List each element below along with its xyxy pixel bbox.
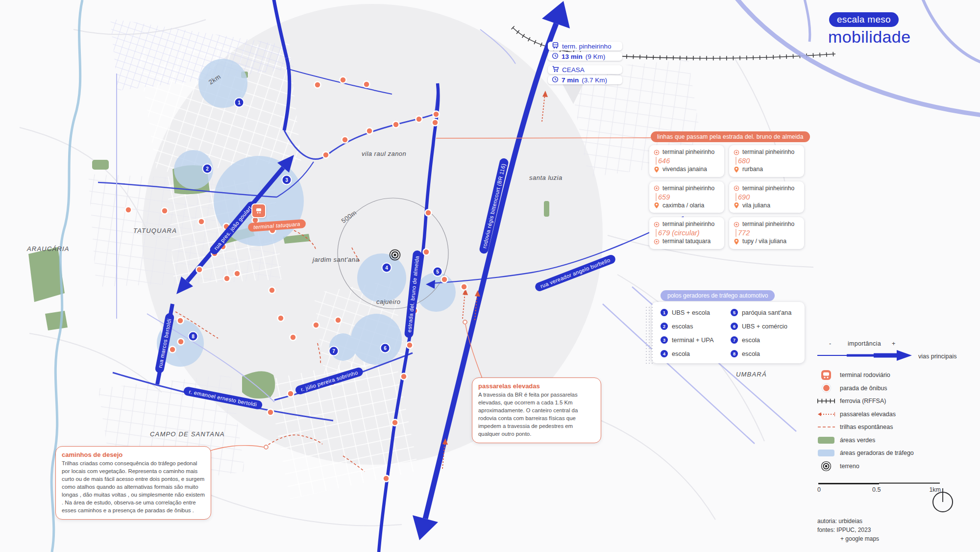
scale-bar: 0 0.5 1km: [817, 480, 941, 493]
cart-icon: [552, 65, 559, 74]
line-number: 772: [735, 229, 800, 237]
trail-icon: [817, 424, 835, 430]
bus-line-card: terminal pinheirinho 690 vila juliana: [729, 181, 804, 213]
line-destination: rurbana: [742, 166, 763, 173]
bus-stop-icon: [654, 150, 660, 155]
line-number: 679 (circular): [656, 229, 720, 237]
legend-item: terreno: [817, 460, 979, 473]
legend-label: passarelas elevadas: [840, 411, 896, 418]
bus-lines-panel-header: linhas que passam pela estrada del. brun…: [651, 131, 810, 142]
travel-destination-row: term. pinheirinho: [548, 42, 622, 50]
travel-time-row: 7 min (3.7 Km): [548, 75, 622, 84]
p-number-badge: 4: [661, 350, 668, 357]
pole-item: 6UBS + comércio: [731, 323, 798, 330]
pin-icon: [734, 238, 739, 245]
pole-number-badge: 3: [661, 336, 668, 344]
note-body: Trilhas criadas como consequência do trá…: [62, 460, 205, 515]
legend-label: terminal rodoviário: [840, 372, 890, 378]
pin-icon: [654, 202, 660, 209]
pole-marker-5: 5: [434, 268, 442, 276]
legend-item: áreas geradoras de tráfego: [817, 447, 979, 460]
bus-lines-cards: terminal pinheirinho 646 vivendas janain…: [649, 145, 804, 249]
place-tatuquara: TATUQUARA: [133, 227, 177, 234]
bus-stop-icon: [654, 239, 660, 245]
travel-time-row: 13 min (9 Km): [548, 52, 622, 61]
pole-label: terminal + UPA: [672, 336, 713, 344]
credit-sources: fontes: IPPUC, 2023: [817, 526, 979, 534]
traffic-poles-header: polos geradores de tráfego automotivo: [661, 290, 775, 301]
note-title: passarelas elevadas: [478, 382, 595, 390]
note-desire-paths: caminhos de desejo Trilhas criadas como …: [55, 446, 211, 520]
travel-time: 7 min: [562, 76, 579, 84]
pole-label: escolas: [672, 323, 693, 330]
line-destination: terminal tatuquara: [662, 238, 710, 245]
pole-number-badge: 1: [661, 309, 668, 316]
railway-icon: [817, 398, 835, 404]
line-origin: terminal pinheirinho: [662, 221, 714, 228]
pole-number-badge: 2: [661, 323, 668, 330]
legend-label: ferrovia (RFFSA): [840, 398, 886, 404]
pole-label: escola: [672, 350, 690, 357]
traffic-poles-panel: 1UBS + escola 2escolas 3terminal + UPA 4…: [652, 302, 805, 363]
bus-stop-icon: [734, 222, 739, 227]
scale-start: 0: [817, 486, 821, 493]
pin-icon: [734, 202, 739, 209]
terrain-icon: [817, 461, 835, 472]
bus-line-card: terminal pinheirinho 772 tupy / vila jul…: [729, 217, 804, 249]
main-roads-arrow-icon: [817, 349, 913, 362]
pole-number-badge: 8: [731, 350, 738, 357]
place-araucaria: ARAUCÁRIA: [27, 245, 70, 252]
travel-destination-row: CEASA: [548, 65, 622, 74]
bus-line-card: terminal pinheirinho 679 (circular) term…: [649, 217, 724, 249]
pole-label: paróquia sant'ana: [742, 309, 791, 316]
pole-marker-4: 4: [383, 264, 391, 272]
credit-sources-2: + google maps: [817, 534, 979, 543]
place-jardim-santana: jardim sant'ana: [313, 256, 359, 263]
pole-marker-6: 6: [381, 344, 390, 352]
main-roads-label: vias principais: [918, 353, 957, 360]
clock-icon: [552, 76, 559, 84]
line-number: 659: [656, 193, 720, 201]
pole-item: 1UBS + escola: [661, 309, 728, 316]
page-title: mobilidade: [828, 27, 910, 47]
pole-item: 4escola: [661, 350, 728, 357]
pole-label: UBS + comércio: [742, 323, 787, 330]
line-destination: vila juliana: [742, 202, 770, 209]
leader-end-circle: [264, 445, 268, 449]
legend-item: terminal rodoviário: [817, 369, 979, 382]
scale-middle: 0.5: [872, 486, 881, 493]
bus-stop-icon: [734, 150, 739, 155]
bus-stop-icon: [654, 185, 660, 191]
pole-marker-8: 8: [189, 332, 197, 341]
footbridge-icon: [817, 411, 835, 417]
pole-label: escola: [742, 350, 760, 357]
pin-icon: [734, 166, 739, 173]
place-umbara: UMBARÁ: [736, 371, 767, 378]
bus-terminal-icon: [552, 42, 559, 50]
pole-item: 8escola: [731, 350, 798, 357]
line-destination: caximba / olaria: [662, 202, 704, 209]
map-canvas: rua pres. joão goulart rua marcos bertol…: [0, 0, 980, 552]
line-number: 680: [735, 157, 800, 165]
note-body: A travessia da BR é feita por passarelas…: [478, 391, 595, 438]
pole-number-badge: 6: [731, 323, 738, 330]
pole-item: 2escolas: [661, 323, 728, 330]
place-campo-de-santana: CAMPO DE SANTANA: [150, 430, 225, 438]
line-number: 646: [656, 157, 720, 165]
line-destination: vivendas janaina: [662, 166, 707, 173]
pole-marker-3: 3: [283, 176, 291, 184]
note-title: caminhos de desejo: [62, 451, 205, 458]
line-origin: terminal pinheirinho: [662, 185, 714, 192]
travel-distance: (9 Km): [586, 53, 606, 60]
pole-marker-7: 7: [330, 347, 338, 355]
pole-item: 7escola: [731, 336, 798, 344]
line-number: 690: [735, 193, 800, 201]
bus-terminal-icon: [251, 203, 266, 218]
clock-icon: [552, 52, 559, 61]
pole-number-badge: 7: [731, 336, 738, 344]
travel-time: 13 min: [562, 53, 583, 60]
travel-destination-name: term. pinheirinho: [562, 43, 612, 50]
pole-label: UBS + escola: [672, 309, 710, 316]
pole-label: escola: [742, 336, 760, 344]
bus-line-card: terminal pinheirinho 659 caximba / olari…: [649, 181, 724, 213]
